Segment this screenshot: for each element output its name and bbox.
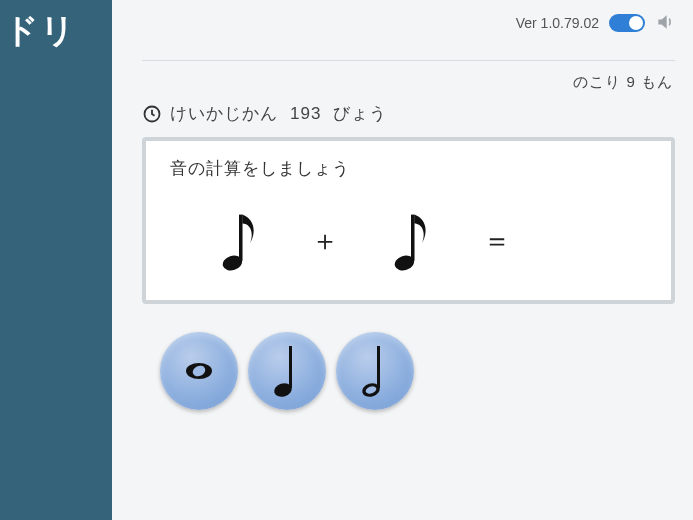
- answer-option-half-note[interactable]: [336, 332, 414, 410]
- version-label: Ver 1.0.79.02: [516, 15, 599, 31]
- question-card: 音の計算をしましょう ＋ ＝: [142, 137, 675, 304]
- toggle-knob: [629, 16, 643, 30]
- answer-option-whole-note[interactable]: [160, 332, 238, 410]
- app-root: ドリ Ver 1.0.79.02 のこり 9 もん: [0, 0, 693, 520]
- half-note-icon: [360, 342, 390, 400]
- remaining-suffix: もん: [641, 73, 673, 90]
- remaining-count: 9: [626, 73, 635, 90]
- svg-rect-11: [377, 346, 380, 388]
- timer-row: けいかじかん 193 びょう: [142, 102, 675, 125]
- equals-sign: ＝: [483, 222, 511, 260]
- remaining-counter: のこり 9 もん: [142, 69, 675, 102]
- timer-unit: びょう: [333, 102, 387, 125]
- main-panel: Ver 1.0.79.02 のこり 9 もん: [112, 0, 693, 520]
- clock-icon: [142, 104, 162, 124]
- timer-label: けいかじかん: [170, 102, 278, 125]
- svg-rect-4: [411, 215, 415, 261]
- answer-option-quarter-note[interactable]: [248, 332, 326, 410]
- eighth-note-icon: [217, 208, 261, 274]
- logo-text: ドリ: [4, 11, 76, 49]
- timer-value: 193: [290, 104, 321, 124]
- plus-operator: ＋: [311, 222, 339, 260]
- answer-row: [142, 332, 675, 410]
- remaining-prefix: のこり: [573, 73, 621, 90]
- whole-note-icon: [182, 360, 216, 382]
- svg-rect-2: [239, 215, 243, 261]
- app-logo: ドリ: [4, 8, 76, 54]
- sidebar: ドリ: [0, 0, 112, 520]
- toggle-switch[interactable]: [609, 14, 645, 32]
- divider: [142, 60, 675, 61]
- equation-row: ＋ ＝: [170, 202, 647, 278]
- svg-rect-8: [289, 346, 292, 388]
- sound-icon[interactable]: [655, 12, 675, 35]
- top-bar: Ver 1.0.79.02: [142, 6, 675, 40]
- eighth-note-icon: [389, 208, 433, 274]
- question-instruction: 音の計算をしましょう: [170, 157, 647, 180]
- quarter-note-icon: [272, 342, 302, 400]
